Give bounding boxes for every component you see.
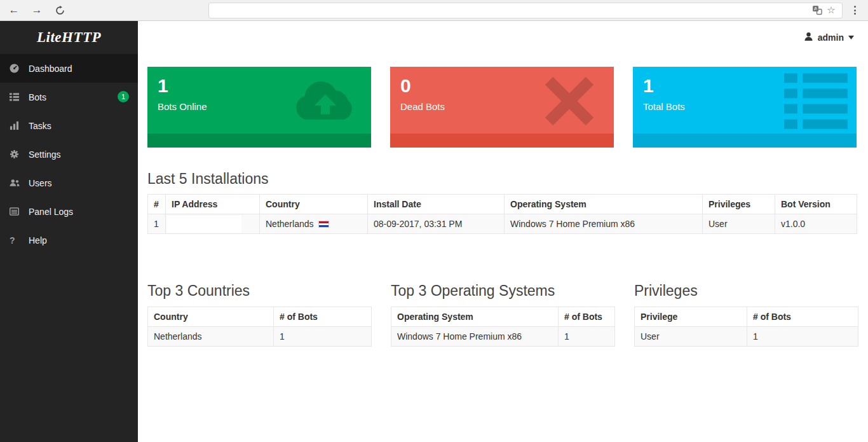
sidebar-item-label: Users [29, 178, 52, 188]
bar-chart-icon [10, 121, 24, 130]
privileges-table: Privilege # of Bots User 1 [634, 307, 858, 347]
top-os-table: Operating System # of Bots Windows 7 Hom… [391, 307, 615, 347]
top-navbar: admin [138, 21, 868, 54]
cell-bot-version: v1.0.0 [775, 214, 857, 234]
summary-section: Top 3 Countries Country # of Bots Nether… [147, 282, 857, 347]
cell-bots: 1 [274, 327, 372, 347]
privileges-title: Privileges [634, 282, 858, 300]
table-row: Windows 7 Home Premium x86 1 [391, 327, 615, 347]
stat-card-body: 0 Dead Bots [390, 67, 614, 134]
table-header-row: Operating System # of Bots [391, 307, 615, 327]
top-os-section: Top 3 Operating Systems Operating System… [391, 282, 615, 347]
col-bots: # of Bots [274, 307, 372, 327]
address-bar[interactable]: A ☆ [208, 3, 843, 18]
sidebar: LiteHTTP Dashboard Bots 1 Tasks Settings… [0, 21, 138, 442]
sidebar-item-label: Bots [29, 92, 46, 102]
app-logo: LiteHTTP [0, 21, 138, 54]
col-bots: # of Bots [747, 307, 858, 327]
sidebar-item-dashboard[interactable]: Dashboard [0, 54, 138, 83]
cell-country: Netherlands [260, 214, 368, 234]
stat-cards: 1 Bots Online 0 Dead Bots [147, 67, 857, 148]
top-countries-section: Top 3 Countries Country # of Bots Nether… [147, 282, 372, 347]
table-header-row: # IP Address Country Install Date Operat… [148, 195, 857, 214]
col-privilege: Privilege [635, 307, 747, 327]
stat-card-total-bots: 1 Total Bots [633, 67, 857, 148]
cell-bots: 1 [559, 327, 615, 347]
stat-card-footer [390, 134, 614, 148]
table-row: 1 Netherlands 08-09-2017, 03:31 PM Windo… [148, 214, 857, 234]
user-icon [804, 32, 813, 43]
top-countries-table: Country # of Bots Netherlands 1 [147, 307, 372, 347]
cell-operating-system: Windows 7 Home Premium x86 [505, 214, 703, 234]
col-ip-address: IP Address [166, 195, 260, 214]
sidebar-item-help[interactable]: ? Help [0, 226, 138, 254]
logs-icon [10, 207, 24, 216]
forward-icon[interactable]: → [28, 1, 46, 19]
sidebar-item-label: Tasks [29, 121, 51, 131]
netherlands-flag [318, 221, 329, 228]
stat-card-body: 1 Bots Online [147, 67, 371, 134]
cell-num: 1 [148, 214, 166, 234]
cell-ip-address [166, 214, 260, 234]
url-input[interactable] [213, 6, 810, 15]
star-icon[interactable]: ☆ [824, 3, 838, 17]
col-bots: # of Bots [559, 307, 615, 327]
dashboard-icon [10, 64, 24, 73]
sidebar-item-label: Help [29, 235, 47, 245]
cloud-upload-icon [291, 79, 360, 128]
sidebar-item-bots[interactable]: Bots 1 [0, 83, 138, 111]
col-country: Country [148, 307, 274, 327]
sidebar-item-label: Panel Logs [29, 207, 73, 217]
reload-icon[interactable] [51, 1, 69, 19]
col-bot-version: Bot Version [775, 195, 857, 214]
cell-os: Windows 7 Home Premium x86 [391, 327, 559, 347]
stat-card-bots-online: 1 Bots Online [147, 67, 371, 148]
translate-icon[interactable]: A [810, 3, 824, 17]
ip-redacted-overlay [166, 216, 241, 233]
cell-privilege: User [635, 327, 747, 347]
table-row: User 1 [635, 327, 858, 347]
dashboard-content: 1 Bots Online 0 Dead Bots [138, 54, 868, 347]
cell-bots: 1 [747, 327, 858, 347]
list-icon [10, 92, 24, 102]
stat-card-dead-bots: 0 Dead Bots [390, 67, 614, 148]
back-icon[interactable]: ← [5, 1, 23, 19]
top-countries-title: Top 3 Countries [147, 282, 372, 300]
username: admin [818, 32, 844, 43]
stat-card-body: 1 Total Bots [633, 67, 857, 134]
top-os-title: Top 3 Operating Systems [391, 282, 615, 300]
bots-count-badge: 1 [118, 91, 129, 102]
table-header-row: Country # of Bots [148, 307, 372, 327]
kebab-menu-icon[interactable] [846, 2, 863, 18]
gear-icon [10, 149, 24, 159]
help-icon: ? [10, 235, 24, 245]
privileges-section: Privileges Privilege # of Bots User 1 [634, 282, 858, 347]
sidebar-item-users[interactable]: Users [0, 169, 138, 197]
sidebar-item-label: Dashboard [29, 64, 72, 74]
sidebar-item-label: Settings [29, 149, 61, 160]
col-country: Country [260, 195, 368, 214]
col-num: # [148, 195, 166, 214]
stat-card-footer [147, 134, 371, 148]
x-icon [544, 76, 595, 129]
col-operating-system: Operating System [505, 195, 703, 214]
sidebar-item-panel-logs[interactable]: Panel Logs [0, 197, 138, 226]
col-privileges: Privileges [703, 195, 775, 214]
chevron-down-icon [848, 36, 854, 39]
browser-toolbar: ← → A ☆ [0, 0, 868, 21]
installations-title: Last 5 Installations [147, 170, 857, 188]
col-operating-system: Operating System [391, 307, 559, 327]
col-install-date: Install Date [368, 195, 505, 214]
cell-country: Netherlands [148, 327, 274, 347]
stat-card-footer [633, 134, 857, 148]
sidebar-item-settings[interactable]: Settings [0, 140, 138, 169]
table-header-row: Privilege # of Bots [635, 307, 858, 327]
th-list-icon [784, 73, 848, 132]
main-area: admin 1 Bots Online 0 Dead Bots [138, 21, 868, 442]
users-icon [10, 178, 24, 188]
sidebar-item-tasks[interactable]: Tasks [0, 111, 138, 140]
cell-install-date: 08-09-2017, 03:31 PM [368, 214, 505, 234]
installations-table: # IP Address Country Install Date Operat… [147, 194, 857, 234]
table-row: Netherlands 1 [148, 327, 372, 347]
user-dropdown[interactable]: admin [804, 32, 854, 43]
